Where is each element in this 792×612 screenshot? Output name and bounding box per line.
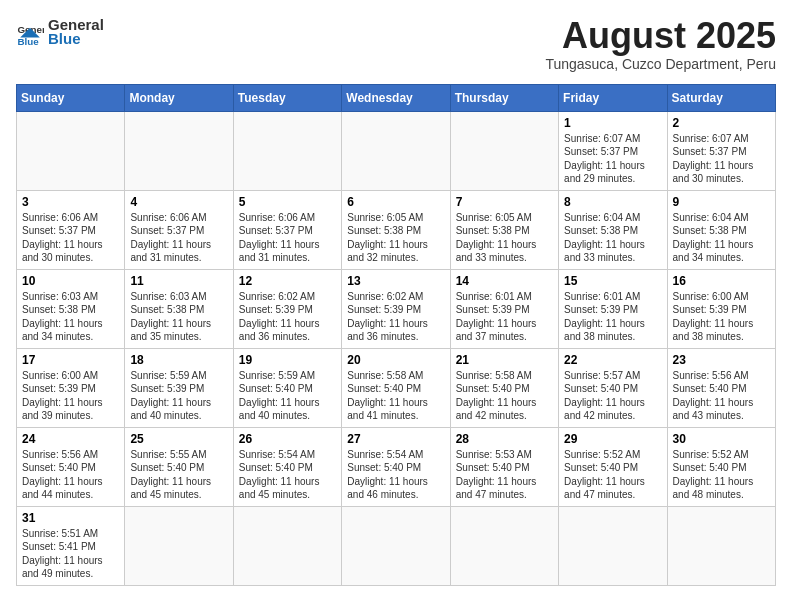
day-info: Sunrise: 5:58 AM Sunset: 5:40 PM Dayligh…	[456, 369, 553, 423]
week-row: 17Sunrise: 6:00 AM Sunset: 5:39 PM Dayli…	[17, 348, 776, 427]
day-number: 5	[239, 195, 336, 209]
day-info: Sunrise: 5:54 AM Sunset: 5:40 PM Dayligh…	[239, 448, 336, 502]
day-info: Sunrise: 6:00 AM Sunset: 5:39 PM Dayligh…	[673, 290, 770, 344]
day-info: Sunrise: 6:04 AM Sunset: 5:38 PM Dayligh…	[564, 211, 661, 265]
day-number: 23	[673, 353, 770, 367]
calendar-cell: 31Sunrise: 5:51 AM Sunset: 5:41 PM Dayli…	[17, 506, 125, 585]
day-number: 15	[564, 274, 661, 288]
day-info: Sunrise: 6:07 AM Sunset: 5:37 PM Dayligh…	[673, 132, 770, 186]
day-info: Sunrise: 6:07 AM Sunset: 5:37 PM Dayligh…	[564, 132, 661, 186]
calendar-cell: 16Sunrise: 6:00 AM Sunset: 5:39 PM Dayli…	[667, 269, 775, 348]
calendar-cell: 18Sunrise: 5:59 AM Sunset: 5:39 PM Dayli…	[125, 348, 233, 427]
logo: General Blue General Blue	[16, 16, 104, 48]
day-number: 27	[347, 432, 444, 446]
calendar-cell: 29Sunrise: 5:52 AM Sunset: 5:40 PM Dayli…	[559, 427, 667, 506]
day-number: 10	[22, 274, 119, 288]
col-header-thursday: Thursday	[450, 84, 558, 111]
calendar-cell: 17Sunrise: 6:00 AM Sunset: 5:39 PM Dayli…	[17, 348, 125, 427]
day-number: 3	[22, 195, 119, 209]
day-info: Sunrise: 5:59 AM Sunset: 5:39 PM Dayligh…	[130, 369, 227, 423]
day-number: 9	[673, 195, 770, 209]
day-number: 28	[456, 432, 553, 446]
calendar-cell: 6Sunrise: 6:05 AM Sunset: 5:38 PM Daylig…	[342, 190, 450, 269]
calendar-cell: 8Sunrise: 6:04 AM Sunset: 5:38 PM Daylig…	[559, 190, 667, 269]
col-header-saturday: Saturday	[667, 84, 775, 111]
calendar-cell: 2Sunrise: 6:07 AM Sunset: 5:37 PM Daylig…	[667, 111, 775, 190]
day-number: 1	[564, 116, 661, 130]
calendar-subtitle: Tungasuca, Cuzco Department, Peru	[545, 56, 776, 72]
day-info: Sunrise: 6:02 AM Sunset: 5:39 PM Dayligh…	[347, 290, 444, 344]
day-info: Sunrise: 6:03 AM Sunset: 5:38 PM Dayligh…	[130, 290, 227, 344]
day-info: Sunrise: 5:52 AM Sunset: 5:40 PM Dayligh…	[564, 448, 661, 502]
calendar-cell	[342, 506, 450, 585]
calendar-table: SundayMondayTuesdayWednesdayThursdayFrid…	[16, 84, 776, 586]
day-info: Sunrise: 6:00 AM Sunset: 5:39 PM Dayligh…	[22, 369, 119, 423]
day-info: Sunrise: 6:01 AM Sunset: 5:39 PM Dayligh…	[456, 290, 553, 344]
calendar-title: August 2025	[545, 16, 776, 56]
day-info: Sunrise: 5:54 AM Sunset: 5:40 PM Dayligh…	[347, 448, 444, 502]
col-header-wednesday: Wednesday	[342, 84, 450, 111]
calendar-cell: 19Sunrise: 5:59 AM Sunset: 5:40 PM Dayli…	[233, 348, 341, 427]
day-number: 22	[564, 353, 661, 367]
calendar-cell	[125, 506, 233, 585]
calendar-cell: 1Sunrise: 6:07 AM Sunset: 5:37 PM Daylig…	[559, 111, 667, 190]
col-header-tuesday: Tuesday	[233, 84, 341, 111]
col-header-sunday: Sunday	[17, 84, 125, 111]
calendar-cell: 23Sunrise: 5:56 AM Sunset: 5:40 PM Dayli…	[667, 348, 775, 427]
day-info: Sunrise: 6:05 AM Sunset: 5:38 PM Dayligh…	[347, 211, 444, 265]
col-header-friday: Friday	[559, 84, 667, 111]
day-number: 11	[130, 274, 227, 288]
header-row: SundayMondayTuesdayWednesdayThursdayFrid…	[17, 84, 776, 111]
calendar-cell: 7Sunrise: 6:05 AM Sunset: 5:38 PM Daylig…	[450, 190, 558, 269]
day-info: Sunrise: 5:52 AM Sunset: 5:40 PM Dayligh…	[673, 448, 770, 502]
day-number: 13	[347, 274, 444, 288]
calendar-cell: 15Sunrise: 6:01 AM Sunset: 5:39 PM Dayli…	[559, 269, 667, 348]
day-info: Sunrise: 5:56 AM Sunset: 5:40 PM Dayligh…	[673, 369, 770, 423]
day-number: 4	[130, 195, 227, 209]
calendar-cell: 27Sunrise: 5:54 AM Sunset: 5:40 PM Dayli…	[342, 427, 450, 506]
day-number: 2	[673, 116, 770, 130]
day-info: Sunrise: 6:04 AM Sunset: 5:38 PM Dayligh…	[673, 211, 770, 265]
day-number: 17	[22, 353, 119, 367]
day-number: 25	[130, 432, 227, 446]
calendar-cell: 28Sunrise: 5:53 AM Sunset: 5:40 PM Dayli…	[450, 427, 558, 506]
calendar-cell: 10Sunrise: 6:03 AM Sunset: 5:38 PM Dayli…	[17, 269, 125, 348]
calendar-cell: 9Sunrise: 6:04 AM Sunset: 5:38 PM Daylig…	[667, 190, 775, 269]
week-row: 31Sunrise: 5:51 AM Sunset: 5:41 PM Dayli…	[17, 506, 776, 585]
calendar-cell	[342, 111, 450, 190]
calendar-cell: 14Sunrise: 6:01 AM Sunset: 5:39 PM Dayli…	[450, 269, 558, 348]
day-info: Sunrise: 6:02 AM Sunset: 5:39 PM Dayligh…	[239, 290, 336, 344]
day-number: 31	[22, 511, 119, 525]
calendar-cell: 25Sunrise: 5:55 AM Sunset: 5:40 PM Dayli…	[125, 427, 233, 506]
calendar-cell	[450, 111, 558, 190]
day-number: 8	[564, 195, 661, 209]
calendar-cell	[233, 111, 341, 190]
title-block: August 2025 Tungasuca, Cuzco Department,…	[545, 16, 776, 72]
calendar-cell	[17, 111, 125, 190]
calendar-cell: 22Sunrise: 5:57 AM Sunset: 5:40 PM Dayli…	[559, 348, 667, 427]
page-header: General Blue General Blue August 2025 Tu…	[16, 16, 776, 72]
calendar-cell: 20Sunrise: 5:58 AM Sunset: 5:40 PM Dayli…	[342, 348, 450, 427]
calendar-cell: 5Sunrise: 6:06 AM Sunset: 5:37 PM Daylig…	[233, 190, 341, 269]
svg-text:Blue: Blue	[17, 36, 39, 46]
calendar-cell: 21Sunrise: 5:58 AM Sunset: 5:40 PM Dayli…	[450, 348, 558, 427]
day-number: 6	[347, 195, 444, 209]
week-row: 1Sunrise: 6:07 AM Sunset: 5:37 PM Daylig…	[17, 111, 776, 190]
col-header-monday: Monday	[125, 84, 233, 111]
calendar-cell: 13Sunrise: 6:02 AM Sunset: 5:39 PM Dayli…	[342, 269, 450, 348]
week-row: 24Sunrise: 5:56 AM Sunset: 5:40 PM Dayli…	[17, 427, 776, 506]
day-info: Sunrise: 5:57 AM Sunset: 5:40 PM Dayligh…	[564, 369, 661, 423]
day-info: Sunrise: 6:06 AM Sunset: 5:37 PM Dayligh…	[22, 211, 119, 265]
day-number: 21	[456, 353, 553, 367]
week-row: 3Sunrise: 6:06 AM Sunset: 5:37 PM Daylig…	[17, 190, 776, 269]
day-info: Sunrise: 5:56 AM Sunset: 5:40 PM Dayligh…	[22, 448, 119, 502]
day-number: 20	[347, 353, 444, 367]
day-info: Sunrise: 5:59 AM Sunset: 5:40 PM Dayligh…	[239, 369, 336, 423]
day-info: Sunrise: 5:58 AM Sunset: 5:40 PM Dayligh…	[347, 369, 444, 423]
calendar-cell: 12Sunrise: 6:02 AM Sunset: 5:39 PM Dayli…	[233, 269, 341, 348]
day-info: Sunrise: 6:01 AM Sunset: 5:39 PM Dayligh…	[564, 290, 661, 344]
day-info: Sunrise: 6:06 AM Sunset: 5:37 PM Dayligh…	[239, 211, 336, 265]
calendar-cell	[233, 506, 341, 585]
day-number: 24	[22, 432, 119, 446]
week-row: 10Sunrise: 6:03 AM Sunset: 5:38 PM Dayli…	[17, 269, 776, 348]
